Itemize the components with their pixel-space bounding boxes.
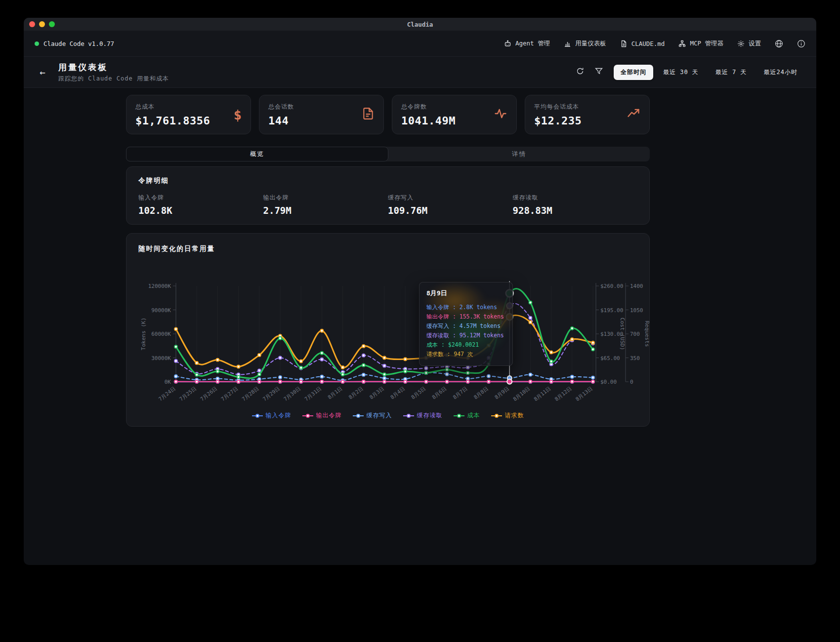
range-24-hours[interactable]: 最近24小时 [757,65,804,80]
token-breakdown-card: 令牌明细 输入令牌 102.8K 输出令牌 2.79M 缓存写入 109.76M [126,166,650,225]
svg-text:7月28日: 7月28日 [241,385,260,402]
svg-text:1050: 1050 [630,307,643,314]
tab-details[interactable]: 详情 [388,147,650,161]
status-dot-icon [35,41,39,46]
tooltip-date: 8月9日 [426,289,505,298]
app-window: Claudia Claude Code v1.0.77 Agent 管理 用量仪… [24,18,816,565]
language-globe-button[interactable] [775,40,783,48]
svg-text:$65.00: $65.00 [600,355,620,361]
nav-agent-manager[interactable]: Agent 管理 [504,40,550,48]
svg-text:Requests: Requests [644,321,649,347]
svg-text:0K: 0K [165,379,171,385]
svg-text:7月29日: 7月29日 [261,385,281,402]
range-7-days[interactable]: 最近 7 天 [709,65,754,80]
usage-line-chart[interactable]: 0K30000K60000K90000K120000KTokens (K)$0.… [126,234,649,406]
svg-text:8月1日: 8月1日 [327,385,343,400]
nav-label: 设置 [749,40,761,48]
info-button[interactable] [797,40,805,48]
network-icon [678,40,686,47]
svg-text:8月11日: 8月11日 [533,385,552,402]
info-icon [797,40,805,48]
tab-overview[interactable]: 概览 [126,147,388,161]
filter-button[interactable] [592,65,606,79]
tooltip-row: 请求数 : 947 次 [426,350,505,359]
svg-text:8月2日: 8月2日 [347,385,364,400]
main-nav: Agent 管理 用量仪表板 CLAUDE.md MCP 管理器 设置 [504,40,805,48]
stat-value: 144 [268,115,294,127]
svg-text:90000K: 90000K [151,307,171,314]
stat-card-total-tokens: 总令牌数 1041.49M [392,95,517,134]
svg-text:7月24日: 7月24日 [157,385,176,402]
stat-label: 总令牌数 [401,103,456,111]
legend-label: 请求数 [505,411,524,420]
tooltip-row: 缓存写入 : 4.57M tokens [426,321,505,331]
range-30-days[interactable]: 最近 30 天 [656,65,706,80]
legend-item[interactable]: 请求数 [491,411,524,420]
chart-legend: 输入令牌输出令牌缓存写入缓存读取成本请求数 [126,411,649,420]
svg-text:7月25日: 7月25日 [178,385,198,402]
time-range-group: 全部时间 最近 30 天 最近 7 天 最近24小时 [614,65,804,80]
desktop: Claudia Claude Code v1.0.77 Agent 管理 用量仪… [0,0,840,642]
svg-text:7月30日: 7月30日 [283,385,302,402]
filter-icon [595,67,603,77]
chart-title: 随时间变化的日常用量 [138,244,215,253]
range-all-time[interactable]: 全部时间 [614,65,653,80]
svg-text:8月7日: 8月7日 [452,385,468,400]
legend-item[interactable]: 输出令牌 [302,411,342,420]
svg-text:1400: 1400 [630,283,643,289]
usage-chart-card: 随时间变化的日常用量 0K30000K60000K90000K120000KTo… [126,233,650,427]
tooltip-row: 成本 : $240.0021 [426,340,505,350]
token-item-output: 输出令牌 2.79M [263,194,388,216]
trending-up-icon [627,107,640,122]
svg-text:120000K: 120000K [148,283,171,289]
app-status: Claude Code v1.0.77 [35,40,114,47]
nav-label: Agent 管理 [515,40,550,48]
stat-label: 总会话数 [268,103,294,111]
back-button[interactable]: ← [36,65,49,79]
token-item-cache-write: 缓存写入 109.76M [388,194,513,216]
legend-line-icon [302,413,313,418]
svg-text:$0.00: $0.00 [600,379,617,385]
svg-text:8月9日: 8月9日 [494,385,510,400]
tooltip-row: 缓存读取 : 95.12M tokens [426,331,505,340]
legend-item[interactable]: 输入令牌 [252,411,292,420]
nav-claude-md[interactable]: CLAUDE.md [620,40,665,47]
titlebar: Claudia [24,18,816,31]
tooltip-row: 输出令牌 : 155.3K tokens [426,312,505,321]
svg-text:7月27日: 7月27日 [220,385,239,402]
file-text-icon [362,107,375,122]
stat-card-avg-cost: 平均每会话成本 $12.235 [525,95,650,134]
nav-label: 用量仪表板 [575,40,606,48]
gear-icon [737,40,745,47]
legend-item[interactable]: 缓存读取 [403,411,443,420]
svg-text:Cost (USD): Cost (USD) [619,318,626,350]
refresh-button[interactable] [573,65,587,79]
token-breakdown-title: 令牌明细 [138,176,637,185]
tooltip-row: 输入令牌 : 2.8K tokens [426,303,505,312]
nav-mcp-manager[interactable]: MCP 管理器 [678,40,723,48]
svg-text:8月13日: 8月13日 [574,385,593,402]
nav-settings[interactable]: 设置 [737,40,761,48]
zoom-window-button[interactable] [49,21,55,27]
nav-usage-dashboard[interactable]: 用量仪表板 [564,40,606,48]
close-window-button[interactable] [29,21,35,27]
bot-icon [504,40,511,47]
legend-line-icon [454,413,464,418]
bar-chart-icon [564,40,571,47]
minimize-window-button[interactable] [39,21,45,27]
svg-text:0: 0 [630,379,633,385]
token-item-cache-read: 缓存读取 928.83M [513,194,638,216]
legend-item[interactable]: 成本 [454,411,480,420]
legend-item[interactable]: 缓存写入 [353,411,392,420]
svg-text:7月31日: 7月31日 [303,385,323,402]
svg-text:8月12日: 8月12日 [553,385,573,402]
svg-text:8月6日: 8月6日 [431,385,448,400]
page-title: 用量仪表板 [58,62,169,73]
page-header: ← 用量仪表板 跟踪您的 Claude Code 用量和成本 全部时间 最近 3… [24,57,816,88]
app-version-label: Claude Code v1.0.77 [43,40,114,47]
svg-text:60000K: 60000K [151,331,171,337]
svg-text:30000K: 30000K [151,355,171,361]
dollar-icon: $ [234,107,242,122]
nav-label: MCP 管理器 [690,40,723,48]
svg-text:$195.00: $195.00 [600,307,623,314]
